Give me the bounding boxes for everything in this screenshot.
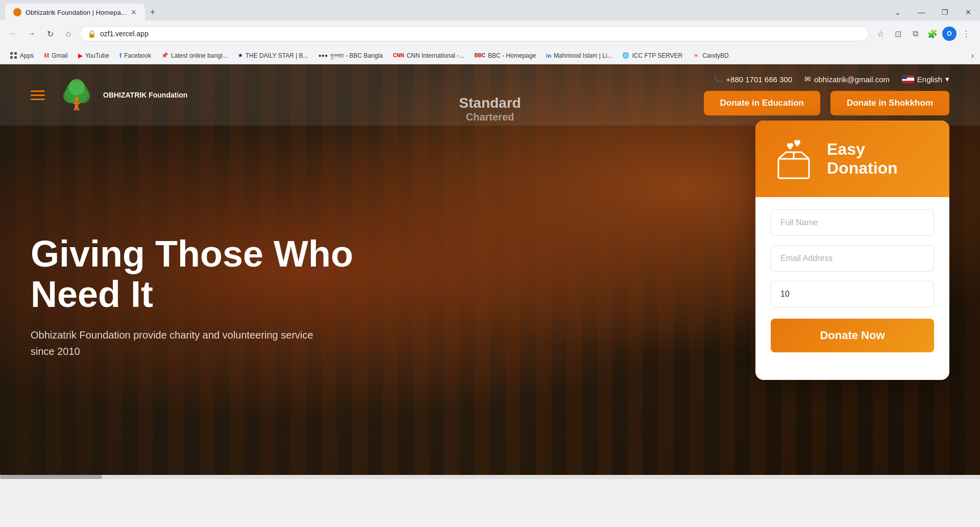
hamburger-line-1 — [31, 90, 45, 92]
hamburger-line-3 — [31, 99, 45, 100]
bookmark-bbc[interactable]: BBC BBC - Homepage — [470, 51, 540, 61]
amount-input[interactable] — [771, 281, 934, 307]
language-label: English — [917, 75, 942, 84]
bangl-icon: 📌 — [161, 52, 168, 59]
email-icon: ✉ — [804, 75, 811, 84]
gmail-icon: M — [44, 52, 49, 59]
home-button[interactable]: ⌂ — [61, 27, 76, 41]
bookmark-dailystar[interactable]: ★ THE DAILY STAR | B... — [234, 51, 312, 61]
scrollbar-thumb[interactable] — [0, 475, 102, 479]
logo-area: OBHIZATRIK Foundation — [31, 75, 187, 115]
top-nav: OBHIZATRIK Foundation 📞 +880 1701 666 30… — [0, 64, 980, 126]
url-bar[interactable]: 🔒 ozf1.vercel.app — [80, 26, 869, 41]
refresh-button[interactable]: ↻ — [43, 27, 57, 41]
linkedin-icon: in — [546, 53, 551, 59]
svg-point-5 — [75, 97, 79, 101]
bookmark-gmail[interactable]: M Gmail — [40, 51, 71, 61]
full-name-input[interactable] — [771, 209, 934, 236]
hero-title: Giving Those Who Need It — [31, 234, 388, 315]
nav-right: 📞 +880 1701 666 300 ✉ obhizatrik@gmail.c… — [704, 75, 949, 115]
scrollbar-track — [0, 475, 980, 479]
hamburger-menu[interactable] — [31, 90, 45, 100]
flag-canton — [902, 75, 907, 79]
profile-avatar[interactable]: O — [942, 27, 957, 41]
donation-card: Easy Donation Donate Now — [755, 121, 949, 380]
donate-shokkhom-button[interactable]: Donate in Shokkhom — [830, 91, 949, 115]
hamburger-line-2 — [31, 94, 45, 96]
bookmarks-bar: Apps M Gmail ▶ YouTube f Facebook 📌 Late… — [0, 47, 980, 64]
cnn-icon: CNN — [393, 53, 404, 58]
svg-point-4 — [68, 79, 85, 95]
bookmark-icc-label: ICC FTP SERVER — [632, 52, 682, 59]
address-bar: ← → ↻ ⌂ 🔒 ozf1.vercel.app ☆ ⊡ ⧉ 🧩 O ⋮ — [0, 20, 980, 47]
icc-icon: 🌐 — [622, 52, 629, 59]
hero-subtitle: Obhizatrik Foundation provide charity an… — [31, 327, 337, 360]
maximize-button[interactable]: ❐ — [933, 2, 957, 22]
bookmark-youtube-label: YouTube — [85, 52, 109, 59]
new-tab-button[interactable]: + — [145, 5, 161, 20]
tab-bar: Obhizatrik Foundation | Homepa... ✕ + ⌄ … — [0, 0, 980, 20]
facebook-icon: f — [119, 52, 121, 59]
chevron-down-icon: ▾ — [945, 75, 949, 84]
bookmark-facebook[interactable]: f Facebook — [115, 50, 155, 61]
candy-icon: 🍬 — [693, 52, 700, 59]
bookmark-bangl-label: Latest online bangl... — [171, 52, 228, 59]
forward-button[interactable]: → — [24, 27, 39, 41]
bookmark-cnn-label: CNN International -... — [407, 52, 464, 59]
window-controls: ⌄ — ❐ ✕ — [886, 2, 980, 22]
bookmark-mahmood-label: Mahmood Islam | Li... — [554, 52, 612, 59]
bookmark-bbc-bangla-label: মুলপাত - BBC Bangla — [330, 52, 383, 59]
dailystar-icon: ★ — [238, 52, 243, 59]
email-input[interactable] — [771, 245, 934, 272]
hero-content: Giving Those Who Need It Obhizatrik Foun… — [31, 234, 388, 360]
active-tab[interactable]: Obhizatrik Foundation | Homepa... ✕ — [5, 4, 145, 21]
language-selector[interactable]: English ▾ — [902, 75, 949, 84]
tab-close-button[interactable]: ✕ — [131, 8, 137, 16]
card-header: Easy Donation — [755, 121, 949, 197]
tab-list-button[interactable]: ⌄ — [886, 2, 910, 22]
menu-button[interactable]: ⋮ — [959, 26, 974, 41]
bookmark-facebook-label: Facebook — [124, 52, 151, 59]
url-text: ozf1.vercel.app — [100, 30, 149, 38]
more-bookmarks-button[interactable]: › — [971, 51, 974, 60]
page-wrapper: Standard Chartered — [0, 64, 980, 479]
bookmark-candy[interactable]: 🍬 CandyBD — [689, 51, 732, 61]
donate-education-button[interactable]: Donate in Education — [704, 91, 820, 115]
logo-tree-svg — [56, 75, 97, 115]
donate-now-button[interactable]: Donate Now — [771, 319, 934, 352]
extensions-button[interactable]: 🧩 — [925, 26, 940, 41]
bookmark-gmail-label: Gmail — [52, 52, 67, 59]
browser-chrome: Obhizatrik Foundation | Homepa... ✕ + ⌄ … — [0, 0, 980, 64]
apps-icon — [10, 52, 17, 59]
bookmark-youtube[interactable]: ▶ YouTube — [74, 51, 113, 61]
email-address: obhizatrik@gmail.com — [814, 75, 890, 84]
svg-rect-10 — [778, 159, 809, 178]
bookmark-apps[interactable]: Apps — [6, 51, 38, 61]
tab-title: Obhizatrik Foundation | Homepa... — [26, 9, 127, 16]
bookmark-mahmood[interactable]: in Mahmood Islam | Li... — [542, 51, 616, 61]
flag-icon — [902, 75, 914, 83]
phone-number: +880 1701 666 300 — [726, 75, 792, 84]
contact-row: 📞 +880 1701 666 300 ✉ obhizatrik@gmail.c… — [713, 75, 949, 84]
close-button[interactable]: ✕ — [957, 2, 980, 22]
youtube-icon: ▶ — [78, 52, 83, 59]
bookmark-apps-label: Apps — [20, 52, 34, 59]
reader-mode-button[interactable]: ⊡ — [890, 26, 905, 41]
bookmark-cnn[interactable]: CNN CNN International -... — [389, 51, 468, 61]
tab-search-button[interactable]: ⧉ — [908, 26, 923, 41]
bookmark-star-button[interactable]: ☆ — [873, 26, 888, 41]
phone-contact: 📞 +880 1701 666 300 — [713, 75, 792, 84]
card-form: Donate Now — [755, 197, 949, 365]
bookmark-bbc-bangla[interactable]: ●●● মুলপাত - BBC Bangla — [314, 51, 387, 61]
minimize-button[interactable]: — — [910, 2, 933, 22]
bookmark-bangl[interactable]: 📌 Latest online bangl... — [157, 51, 232, 61]
card-title: Easy Donation — [827, 140, 934, 178]
security-icon: 🔒 — [87, 30, 96, 38]
donate-buttons: Donate in Education Donate in Shokkhom — [704, 91, 949, 115]
bookmark-icc[interactable]: 🌐 ICC FTP SERVER — [618, 51, 687, 61]
bookmark-candy-label: CandyBD — [702, 52, 728, 59]
back-button[interactable]: ← — [6, 27, 20, 41]
bookmark-bbc-label: BBC - Homepage — [488, 52, 536, 59]
bbc-bangla-icon: ●●● — [318, 53, 328, 58]
bbc-icon: BBC — [474, 53, 485, 58]
